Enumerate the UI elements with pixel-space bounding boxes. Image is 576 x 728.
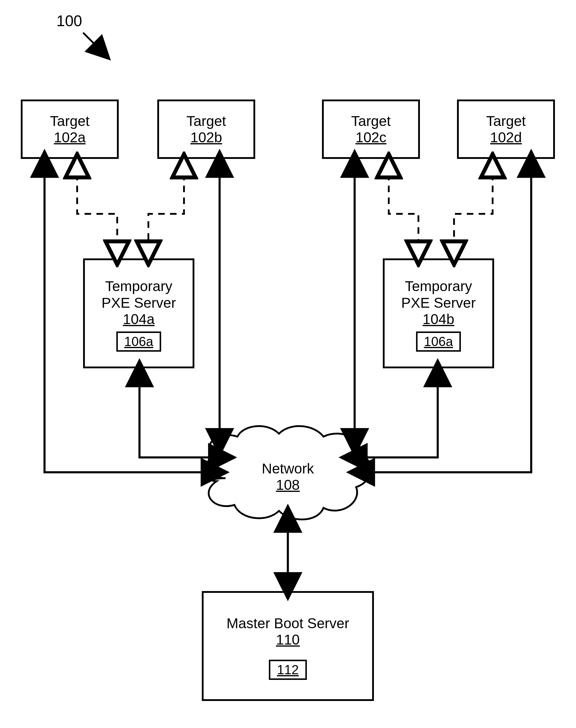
pxe-a-line1: Temporary (105, 278, 172, 294)
network-cloud: Network 108 (214, 432, 362, 521)
target-d-ref: 102d (490, 129, 522, 145)
conn-pxe-a-target-b (148, 162, 184, 257)
pxe-b-inner: 106a (416, 331, 461, 352)
master-boot-server: Master Boot Server 110 112 (202, 591, 374, 701)
pxe-b-inner-ref: 106a (424, 334, 453, 349)
master-label: Master Boot Server (226, 615, 349, 631)
target-box-a: Target 102a (21, 100, 119, 159)
pxe-server-a: Temporary PXE Server 104a 106a (83, 259, 194, 368)
pxe-b-line2: PXE Server (401, 295, 476, 311)
figure-number-text: 100 (56, 12, 82, 29)
target-c-label: Target (351, 113, 391, 129)
master-inner: 112 (269, 660, 307, 680)
pxe-a-line2: PXE Server (102, 295, 176, 311)
network-ref: 108 (276, 477, 300, 493)
svg-line-0 (83, 33, 104, 53)
conn-pxe-b-target-d (454, 162, 493, 257)
target-box-d: Target 102d (457, 100, 555, 159)
target-a-ref: 102a (54, 129, 86, 145)
master-ref: 110 (276, 631, 300, 648)
conn-pxe-a-network (140, 370, 226, 457)
figure-number: 100 (56, 12, 82, 30)
pxe-a-inner: 106a (116, 331, 162, 352)
master-inner-ref: 112 (277, 663, 298, 677)
target-box-b: Target 102b (157, 100, 255, 159)
pxe-b-line1: Temporary (405, 278, 472, 294)
pxe-server-b: Temporary PXE Server 104b 106a (383, 259, 494, 368)
target-b-label: Target (186, 113, 226, 129)
pxe-b-ref: 104b (423, 311, 454, 327)
target-c-ref: 102c (355, 129, 386, 145)
diagram-canvas: 100 Target 102a Target 102b Target 102c … (0, 0, 576, 728)
conn-pxe-b-network (350, 370, 438, 457)
conn-pxe-a-target-a (77, 162, 117, 257)
target-b-ref: 102b (191, 129, 222, 145)
pxe-a-ref: 104a (123, 311, 154, 327)
conn-pxe-b-target-c (389, 162, 419, 257)
target-d-label: Target (486, 113, 525, 129)
network-label: Network (262, 460, 314, 477)
pxe-a-inner-ref: 106a (124, 334, 153, 349)
target-box-c: Target 102c (322, 100, 420, 159)
target-a-label: Target (50, 113, 89, 129)
